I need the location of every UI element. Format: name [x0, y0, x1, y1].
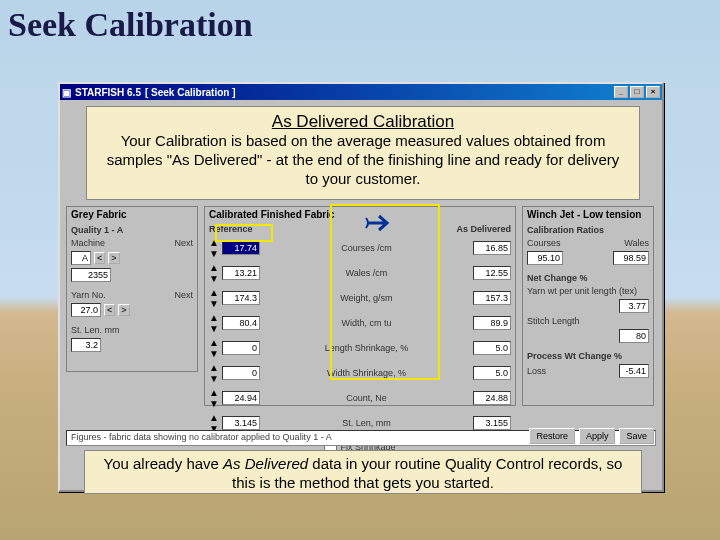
spin-up-icon[interactable]: ▲ [209, 312, 219, 323]
client-area: As Delivered Calibration Your Calibratio… [60, 100, 662, 110]
del-value[interactable]: 5.0 [473, 366, 511, 380]
machine-prev-button[interactable]: < [94, 252, 105, 264]
apply-button[interactable]: Apply [579, 428, 616, 444]
minimize-button[interactable]: _ [614, 86, 628, 98]
spin-down-icon[interactable]: ▼ [209, 273, 219, 284]
cal-wales-label: Wales [624, 238, 649, 248]
machine-next-button[interactable]: > [108, 252, 119, 264]
button-bar: Restore Apply Save [529, 428, 654, 444]
netyarn-label: Yarn wt per unit length (tex) [527, 286, 637, 296]
ref-value[interactable]: 3.145 [222, 416, 260, 430]
save-button[interactable]: Save [619, 428, 654, 444]
restore-button[interactable]: Restore [529, 428, 575, 444]
del-value[interactable]: 3.155 [473, 416, 511, 430]
panel-proc-title: Winch Jet - Low tension [523, 207, 653, 222]
machine-label: Machine [71, 238, 105, 248]
del-value[interactable]: 24.88 [473, 391, 511, 405]
spin-down-icon[interactable]: ▼ [209, 348, 219, 359]
ref-value[interactable]: 17.74 [222, 241, 260, 255]
fin-row: ▲▼24.94Count, Ne24.88 [209, 387, 511, 409]
stlen-label: St. Len. mm [71, 325, 120, 335]
panel-grey-fabric: Grey Fabric Quality 1 - A MachineNext A … [66, 206, 198, 372]
ref-value[interactable]: 0 [222, 366, 260, 380]
quality-label: Quality 1 - A [71, 225, 123, 235]
arrow-icon [365, 212, 395, 234]
machine-code[interactable]: 2355 [71, 268, 111, 282]
col-asdelivered: As Delivered [441, 224, 511, 234]
spin-down-icon[interactable]: ▼ [209, 373, 219, 384]
ref-value[interactable]: 13.21 [222, 266, 260, 280]
spin-down-icon[interactable]: ▼ [209, 323, 219, 334]
del-value[interactable]: 5.0 [473, 341, 511, 355]
doc-name: [ Seek Calibration ] [145, 87, 236, 98]
cal-wales-value: 98.59 [613, 251, 649, 265]
highlight-reference [215, 224, 273, 242]
yarn-next-button[interactable]: > [118, 304, 129, 316]
netstitch-value: 80 [619, 329, 649, 343]
spin-down-icon[interactable]: ▼ [209, 248, 219, 259]
metric-label: St. Len, mm [263, 418, 470, 428]
netyarn-value: 3.77 [619, 299, 649, 313]
app-name: STARFISH 6.5 [75, 87, 141, 98]
ref-value[interactable]: 24.94 [222, 391, 260, 405]
netstitch-label: Stitch Length [527, 316, 580, 326]
spin-down-icon[interactable]: ▼ [209, 298, 219, 309]
app-window: ▣ STARFISH 6.5 [ Seek Calibration ] _ □ … [58, 82, 664, 492]
del-value[interactable]: 12.55 [473, 266, 511, 280]
metric-label: Count, Ne [263, 393, 470, 403]
spin-up-icon[interactable]: ▲ [209, 262, 219, 273]
cal-courses-value: 95.10 [527, 251, 563, 265]
procwt-header: Process Wt Change % [527, 351, 622, 361]
spin-up-icon[interactable]: ▲ [209, 412, 219, 423]
ref-value[interactable]: 174.3 [222, 291, 260, 305]
callout-bot-pre: You already have [104, 455, 224, 472]
cal-courses-label: Courses [527, 238, 561, 248]
stlen-value[interactable]: 3.2 [71, 338, 101, 352]
callout-top-body: Your Calibration is based on the average… [103, 132, 623, 188]
machine-value[interactable]: A [71, 251, 91, 265]
callout-bottom: You already have As Delivered data in yo… [84, 450, 642, 494]
procwt-loss-value: -5.41 [619, 364, 649, 378]
yarn-prev-button[interactable]: < [104, 304, 115, 316]
spin-up-icon[interactable]: ▲ [209, 337, 219, 348]
procwt-loss-label: Loss [527, 366, 546, 376]
callout-top: As Delivered Calibration Your Calibratio… [86, 106, 640, 200]
app-icon: ▣ [62, 87, 71, 98]
del-value[interactable]: 89.9 [473, 316, 511, 330]
next-label: Next [174, 238, 193, 248]
ref-value[interactable]: 0 [222, 341, 260, 355]
next-label-2: Next [174, 290, 193, 300]
spin-up-icon[interactable]: ▲ [209, 387, 219, 398]
page-title: Seek Calibration [0, 0, 720, 44]
del-value[interactable]: 16.85 [473, 241, 511, 255]
spin-down-icon[interactable]: ▼ [209, 398, 219, 409]
close-button[interactable]: × [646, 86, 660, 98]
yarn-value[interactable]: 27.0 [71, 303, 101, 317]
ref-value[interactable]: 80.4 [222, 316, 260, 330]
netchange-header: Net Change % [527, 273, 588, 283]
del-value[interactable]: 157.3 [473, 291, 511, 305]
cal-ratios-header: Calibration Ratios [527, 225, 604, 235]
callout-top-heading: As Delivered Calibration [103, 111, 623, 132]
yarn-label: Yarn No. [71, 290, 106, 300]
titlebar: ▣ STARFISH 6.5 [ Seek Calibration ] _ □ … [60, 84, 662, 100]
panel-grey-title: Grey Fabric [67, 207, 197, 222]
maximize-button[interactable]: □ [630, 86, 644, 98]
spin-up-icon[interactable]: ▲ [209, 362, 219, 373]
panel-process: Winch Jet - Low tension Calibration Rati… [522, 206, 654, 406]
callout-bot-em: As Delivered [223, 455, 308, 472]
spin-up-icon[interactable]: ▲ [209, 287, 219, 298]
